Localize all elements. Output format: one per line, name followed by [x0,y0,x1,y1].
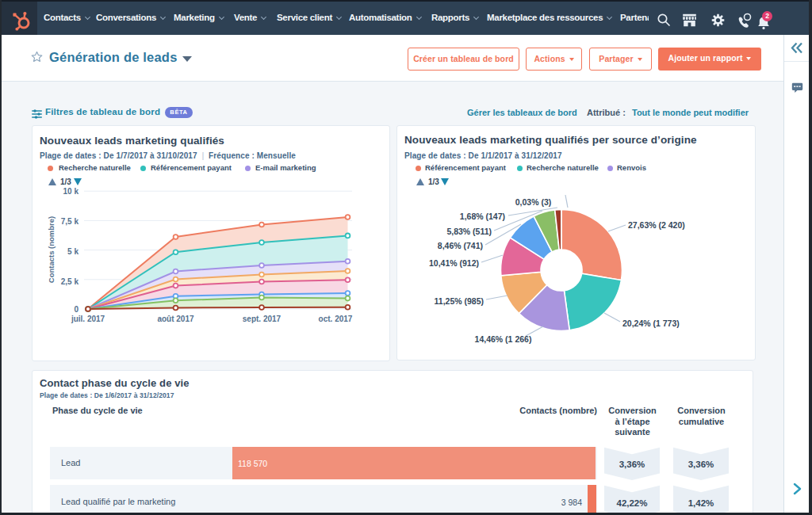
svg-text:0,03% (3): 0,03% (3) [515,197,552,207]
svg-text:2,5 k: 2,5 k [61,277,79,286]
svg-text:1,68% (147): 1,68% (147) [460,212,505,221]
svg-text:10,41% (912): 10,41% (912) [429,258,479,268]
svg-text:11,25% (985): 11,25% (985) [435,296,484,306]
svg-text:8,46% (741): 8,46% (741) [438,241,483,250]
svg-text:7,5 k: 7,5 k [61,217,79,226]
svg-text:août 2017: août 2017 [157,315,194,323]
svg-text:sept. 2017: sept. 2017 [243,315,282,323]
svg-text:5 k: 5 k [67,247,79,256]
svg-text:27,63% (2 420): 27,63% (2 420) [628,220,685,230]
svg-text:juil. 2017: juil. 2017 [71,315,105,323]
svg-text:Contacts (nombre): Contacts (nombre) [47,216,56,283]
svg-text:20,24% (1 773): 20,24% (1 773) [622,319,680,328]
svg-text:oct. 2017: oct. 2017 [319,315,353,323]
svg-text:5,83% (511): 5,83% (511) [446,227,492,236]
svg-text:14,46% (1 266): 14,46% (1 266) [475,334,532,344]
svg-text:10 k: 10 k [63,187,79,196]
svg-text:0: 0 [74,305,79,314]
